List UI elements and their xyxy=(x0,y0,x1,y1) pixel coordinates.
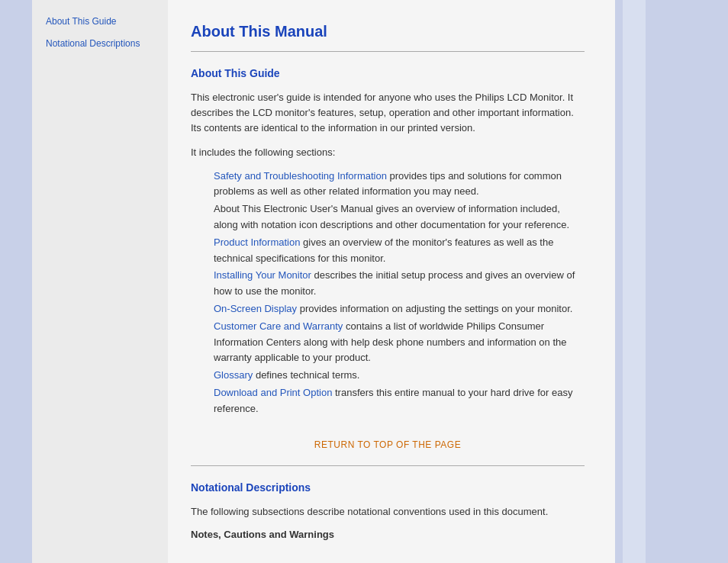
sidebar: About This Guide Notational Descriptions xyxy=(32,0,168,563)
customer-link[interactable]: Customer Care and Warranty xyxy=(214,320,343,332)
about-guide-para1: This electronic user's guide is intended… xyxy=(191,90,585,136)
main-content: About This Manual About This Guide This … xyxy=(168,0,615,563)
return-to-top: RETURN TO TOP OF THE PAGE xyxy=(191,439,585,450)
sidebar-item-about-guide[interactable]: About This Guide xyxy=(46,15,160,28)
middle-divider xyxy=(191,465,585,466)
list-item-glossary: Glossary defines technical terms. xyxy=(214,368,585,384)
glossary-text: defines technical terms. xyxy=(253,369,359,381)
list-item-safety: Safety and Troubleshooting Information p… xyxy=(214,169,585,201)
glossary-link[interactable]: Glossary xyxy=(214,369,253,381)
about-guide-heading: About This Guide xyxy=(191,67,585,79)
osd-text: provides information on adjusting the se… xyxy=(297,303,572,314)
list-item-download: Download and Print Option transfers this… xyxy=(214,385,585,417)
installing-link[interactable]: Installing Your Monitor xyxy=(214,269,311,281)
notational-heading: Notational Descriptions xyxy=(191,481,585,494)
list-item-product: Product Information gives an overview of… xyxy=(214,235,585,267)
list-item-installing: Installing Your Monitor describes the in… xyxy=(214,268,585,300)
notational-para1: The following subsections describe notat… xyxy=(191,504,585,520)
sidebar-item-notational[interactable]: Notational Descriptions xyxy=(46,37,160,50)
top-divider xyxy=(191,51,585,52)
notes-heading: Notes, Cautions and Warnings xyxy=(191,529,585,540)
page-title: About This Manual xyxy=(191,23,585,40)
left-border xyxy=(0,0,32,563)
return-link-anchor[interactable]: RETURN TO TOP OF THE PAGE xyxy=(314,439,461,450)
right-panel xyxy=(615,0,728,563)
list-item-customer: Customer Care and Warranty contains a li… xyxy=(214,319,585,366)
download-link[interactable]: Download and Print Option xyxy=(214,387,332,398)
product-link[interactable]: Product Information xyxy=(214,236,300,248)
list-item-osd: On-Screen Display provides information o… xyxy=(214,301,585,317)
list-item-electronic: About This Electronic User's Manual give… xyxy=(214,201,585,233)
safety-link[interactable]: Safety and Troubleshooting Information xyxy=(214,170,387,182)
osd-link[interactable]: On-Screen Display xyxy=(214,303,297,314)
notational-section: Notational Descriptions The following su… xyxy=(191,481,585,540)
right-inner-border xyxy=(623,0,646,563)
about-guide-includes: It includes the following sections: xyxy=(191,145,585,160)
about-guide-section: About This Guide This electronic user's … xyxy=(191,67,585,450)
section-list: Safety and Troubleshooting Information p… xyxy=(191,169,585,417)
electronic-text: About This Electronic User's Manual give… xyxy=(214,203,569,230)
